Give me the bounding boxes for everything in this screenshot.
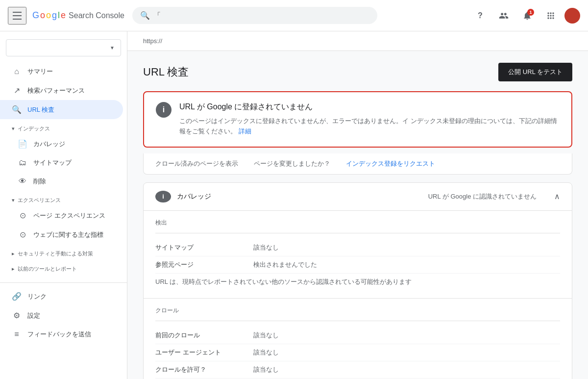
coverage-card: i カバレッジ URL が Google に認識されていません ∧ 検出 サイト… [143, 182, 572, 379]
help-icon: ? [478, 11, 483, 20]
search-input[interactable] [154, 12, 369, 20]
arrow-icon: ▸ [12, 251, 15, 257]
section-label: インデックス [18, 125, 50, 132]
coverage-status: URL が Google に認識されていません [428, 192, 537, 201]
coverage-title: カバレッジ [177, 192, 211, 201]
detection-section: 検出 サイトマップ 該当なし 参照元ページ 検出されませんでした URL は、現… [144, 211, 572, 298]
chevron-down-icon: ▼ [110, 45, 115, 51]
grid-icon [546, 11, 556, 21]
search-icon: 🔍 [140, 11, 150, 20]
sidebar-item-links[interactable]: 🔗 リンク [0, 287, 123, 306]
feedback-icon: ≡ [12, 330, 22, 339]
sidebar-item-label: ページ エクスペリエンス [33, 211, 105, 220]
sidebar-item-removal[interactable]: 👁 削除 [0, 172, 123, 191]
user-agent-label: ユーザー エージェント [155, 348, 253, 357]
topbar: Google Search Console 🔍 ? 1 [0, 0, 588, 31]
crawled-pages-link[interactable]: クロール済みのページを表示 [155, 159, 238, 168]
url-note-value: URL は、現時点でレポートされていない他のソースから認識されている可能性があり… [155, 278, 560, 286]
referrer-value: 検出されませんでした [253, 260, 560, 269]
crawl-section: クロール 前回のクロール 該当なし ユーザー エージェント 該当なし クロールを… [144, 298, 572, 379]
sitemap-icon: 🗂 [18, 158, 27, 167]
sidebar-item-label: サイトマップ [33, 158, 72, 167]
coverage-info-icon: i [155, 191, 171, 202]
referrer-row: 参照元ページ 検出されませんでした [155, 256, 560, 274]
crawl-allowed-row: クロールを許可？ 該当なし [155, 361, 560, 379]
arrow-icon: ▸ [12, 266, 15, 272]
sidebar-item-web-vitals[interactable]: ⊙ ウェブに関する主な指標 [0, 225, 123, 244]
google-logo: Google Search Console [32, 10, 124, 21]
layout: ▼ ⌂ サマリー ↗ 検索パフォーマンス 🔍 URL 検査 ▾ インデックス 📄… [0, 31, 588, 379]
settings-icon: ⚙ [12, 311, 22, 320]
search-bar: 🔍 [132, 7, 377, 24]
accounts-button[interactable] [494, 6, 514, 25]
sidebar-item-coverage[interactable]: 📄 カバレッジ [0, 134, 123, 153]
performance-icon: ↗ [12, 86, 22, 95]
sidebar-item-label: フィードバックを送信 [27, 330, 91, 339]
notification-badge: 1 [527, 9, 534, 16]
coverage-icon: 📄 [18, 139, 27, 149]
sidebar-item-url-inspection[interactable]: 🔍 URL 検査 [0, 100, 123, 119]
section-label: セキュリティと手動による対策 [18, 250, 93, 257]
section-header-experience[interactable]: ▾ エクスペリエンス [0, 191, 127, 206]
sidebar-item-label: 設定 [27, 311, 40, 320]
detection-label: 検出 [155, 219, 560, 227]
grid-button[interactable] [541, 6, 561, 25]
main-content: https:// URL 検査 公開 URL をテスト i URL が Goog… [127, 31, 588, 379]
help-button[interactable]: ? [470, 6, 490, 25]
url-note-row: URL は、現時点でレポートされていない他のソースから認識されている可能性があり… [155, 274, 560, 290]
status-card-inner: i URL が Google に登録されていません このページはインデックスに登… [156, 102, 560, 137]
url-value: https:// [143, 37, 162, 45]
avatar[interactable] [564, 8, 580, 24]
sidebar-item-performance[interactable]: ↗ 検索パフォーマンス [0, 81, 123, 100]
user-agent-value: 該当なし [253, 348, 560, 357]
sitemap-row: サイトマップ 該当なし [155, 239, 560, 256]
coverage-header: i カバレッジ URL が Google に認識されていません ∧ [144, 183, 572, 211]
request-index-link[interactable]: インデックス登録をリクエスト [346, 159, 435, 168]
sidebar-item-label: 検索パフォーマンス [27, 86, 85, 95]
removal-icon: 👁 [18, 177, 27, 186]
changed-label: ページを変更しましたか？ [254, 159, 330, 168]
collapse-icon[interactable]: ∧ [554, 192, 560, 201]
info-icon: i [156, 102, 172, 118]
test-url-button[interactable]: 公開 URL をテスト [498, 63, 572, 81]
property-selector[interactable]: ▼ [6, 39, 121, 56]
url-bar: https:// [127, 31, 588, 51]
detail-link[interactable]: 詳細 [239, 127, 251, 135]
sidebar-item-summary[interactable]: ⌂ サマリー [0, 62, 123, 81]
section-label: エクスペリエンス [18, 197, 61, 204]
status-card: i URL が Google に登録されていません このページはインデックスに登… [143, 91, 572, 148]
crawl-label: クロール [155, 306, 560, 315]
sidebar-item-label: URL 検査 [27, 105, 54, 114]
sidebar-item-label: 削除 [33, 177, 46, 186]
content-area: URL 検査 公開 URL をテスト i URL が Google に登録されて… [127, 51, 588, 379]
section-header-index[interactable]: ▾ インデックス [0, 119, 127, 134]
crawl-allowed-value: 該当なし [253, 365, 560, 374]
section-header-legacy[interactable]: ▸ 以前のツールとレポート [0, 259, 127, 275]
page-title: URL 検査 [143, 65, 189, 79]
user-agent-row: ユーザー エージェント 該当なし [155, 344, 560, 361]
sidebar: ▼ ⌂ サマリー ↗ 検索パフォーマンス 🔍 URL 検査 ▾ インデックス 📄… [0, 31, 127, 379]
last-crawl-row: 前回のクロール 該当なし [155, 327, 560, 344]
sidebar-item-sitemap[interactable]: 🗂 サイトマップ [0, 153, 123, 172]
sidebar-item-settings[interactable]: ⚙ 設定 [0, 306, 123, 325]
sidebar-item-feedback[interactable]: ≡ フィードバックを送信 [0, 325, 123, 344]
page-exp-icon: ⊙ [18, 211, 27, 220]
page-header: URL 検査 公開 URL をテスト [143, 63, 572, 81]
notification-button[interactable]: 1 [517, 6, 537, 25]
sidebar-item-page-experience[interactable]: ⊙ ページ エクスペリエンス [0, 206, 123, 225]
section-label: 以前のツールとレポート [18, 265, 77, 273]
sitemap-value: 該当なし [253, 243, 560, 252]
home-icon: ⌂ [12, 67, 22, 76]
property-value [12, 44, 18, 52]
last-crawl-value: 該当なし [253, 331, 560, 340]
status-content: URL が Google に登録されていません このページはインデックスに登録さ… [179, 102, 560, 137]
section-header-security[interactable]: ▸ セキュリティと手動による対策 [0, 244, 127, 259]
sidebar-item-label: カバレッジ [33, 140, 65, 149]
sidebar-item-label: サマリー [27, 67, 53, 76]
web-vitals-icon: ⊙ [18, 230, 27, 239]
sidebar-item-label: ウェブに関する主な指標 [33, 230, 103, 239]
arrow-icon: ▾ [12, 126, 15, 132]
menu-button[interactable] [8, 7, 26, 25]
accounts-icon [499, 11, 509, 21]
sitemap-label: サイトマップ [155, 243, 253, 252]
